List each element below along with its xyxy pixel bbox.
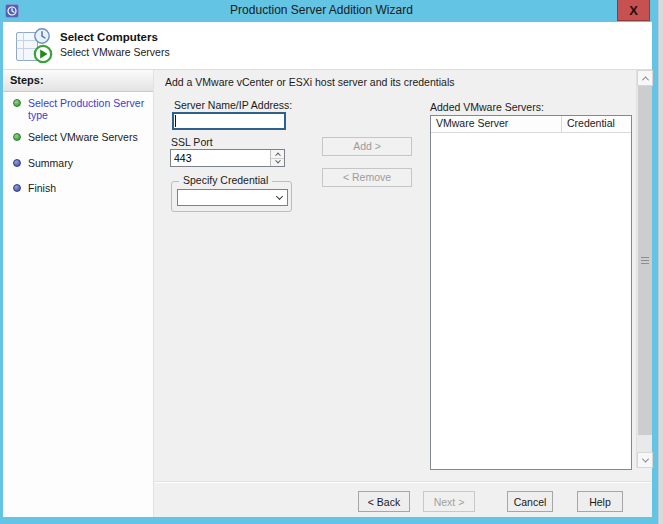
vertical-scrollbar[interactable] [636,70,652,468]
step-label: Select VMware Servers [28,131,146,143]
column-header-credential[interactable]: Credential [562,116,631,132]
title-bar: Production Server Addition Wizard X [0,0,663,22]
added-servers-list[interactable]: VMware Server Credential [430,115,632,470]
step-bullet-icon [13,159,21,167]
ssl-port-label: SSL Port [171,136,213,148]
wizard-clock-icon [5,4,19,18]
ssl-port-field [170,149,285,167]
scrollbar-up-button[interactable] [637,70,653,86]
close-button[interactable]: X [617,0,650,21]
wizard-header: Select Computers Select VMware Servers [3,22,652,70]
footer-bar: < Back Next > Cancel Help [154,482,652,517]
help-button[interactable]: Help [577,491,623,512]
step-bullet-icon [13,99,21,107]
sidebar-item-select-production-server-type[interactable]: Select Production Server type [3,97,146,121]
specify-credential-label: Specify Credential [179,174,272,186]
grip-icon [641,257,649,265]
chevron-down-icon [276,193,283,200]
background-window-edge [658,0,663,524]
ssl-port-spinner [270,150,284,166]
wizard-content: Add a VMware vCenter or ESXi host server… [154,70,652,482]
server-name-input[interactable] [172,112,286,130]
add-button[interactable]: Add > [322,137,412,156]
step-label: Select Production Server type [28,97,146,121]
back-button[interactable]: < Back [358,491,410,512]
step-label: Summary [28,157,146,169]
sidebar-item-summary: Summary [3,157,146,169]
cancel-button[interactable]: Cancel [507,491,553,512]
steps-header: Steps: [3,70,153,92]
sidebar-item-finish: Finish [3,182,146,194]
close-icon: X [629,3,638,18]
spinner-down-button[interactable] [271,159,284,167]
credential-dropdown[interactable] [177,189,288,206]
step-bullet-icon [13,133,21,141]
list-header-row: VMware Server Credential [431,116,631,133]
instruction-text: Add a VMware vCenter or ESXi host server… [165,76,454,88]
chevron-down-icon [275,158,281,164]
scrollbar-down-button[interactable] [637,452,653,468]
page-title: Select Computers [60,31,158,43]
steps-sidebar: Steps: Select Production Server type Sel… [3,70,154,517]
wizard-window: Production Server Addition Wizard X Sele… [0,0,663,524]
text-caret [175,115,176,127]
select-computers-icon [15,27,53,68]
chevron-down-icon [641,455,648,462]
chevron-up-icon [641,76,648,83]
ssl-port-input[interactable] [171,150,269,166]
column-header-vmware-server[interactable]: VMware Server [431,116,562,132]
page-subtitle: Select VMware Servers [60,46,170,58]
server-name-label: Server Name/IP Address: [174,99,292,111]
next-button[interactable]: Next > [423,491,475,512]
list-body[interactable] [431,133,631,469]
scrollbar-thumb[interactable] [638,86,652,435]
window-title: Production Server Addition Wizard [60,3,583,17]
remove-button[interactable]: < Remove [322,168,412,187]
added-servers-label: Added VMware Servers: [430,101,544,113]
step-bullet-icon [13,184,21,192]
sidebar-item-select-vmware-servers: Select VMware Servers [3,131,146,143]
step-label: Finish [28,182,146,194]
